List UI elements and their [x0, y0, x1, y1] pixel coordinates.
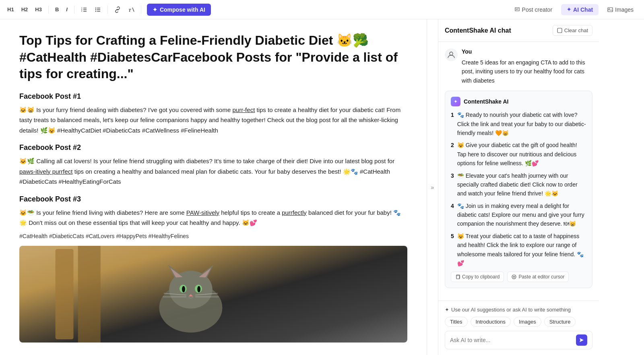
ai-chat-label: AI Chat [573, 6, 593, 13]
svg-rect-36 [557, 28, 562, 33]
user-label: You [462, 48, 592, 55]
send-button[interactable] [576, 334, 587, 346]
post-creator-tab[interactable]: Post creator [509, 4, 558, 15]
post2-body: 🐱🌿 Calling all cat lovers! Is your felin… [19, 156, 407, 187]
svg-point-29 [182, 286, 185, 293]
top-nav: Post creator ✦ AI Chat Images [509, 4, 639, 15]
clear-chat-icon [557, 28, 562, 33]
ai-item-2: 2 😺 Give your diabetic cat the gift of g… [451, 141, 586, 168]
link-button[interactable] [112, 5, 123, 15]
ai-item-4-num: 4 [451, 201, 454, 228]
post3-hashtags: #CatHealth #DiabeticCats #CatLovers #Hap… [19, 233, 407, 239]
bold-button[interactable]: B [53, 5, 61, 14]
divider-1 [48, 6, 49, 14]
suggestions-text: Use our AI suggestions or ask AI to writ… [451, 307, 571, 313]
ai-item-3-text: 🥗 Elevate your cat's health journey with… [457, 171, 586, 198]
clear-chat-label: Clear chat [564, 27, 588, 33]
sidebar-title: ContentShake AI chat [445, 27, 511, 34]
clear-format-button[interactable]: T [126, 5, 137, 15]
images-icon [607, 7, 613, 12]
post2-heading: Facebook Post #2 [19, 143, 407, 152]
images-tab[interactable]: Images [602, 4, 639, 15]
svg-line-13 [132, 8, 134, 12]
ai-suggestions-area: ✦ Use our AI suggestions or ask AI to wr… [438, 301, 599, 355]
h2-button[interactable]: H2 [19, 5, 31, 14]
chat-area: You Create 5 ideas for an engaging CTA t… [438, 42, 599, 301]
paste-icon [512, 274, 516, 279]
svg-rect-38 [456, 276, 460, 279]
ai-item-5-text: 😺 Treat your diabetic cat to a taste of … [457, 232, 586, 268]
article-title[interactable]: Top Tips for Crafting a Feline-Friendly … [19, 32, 407, 83]
chip-images[interactable]: Images [514, 317, 541, 327]
ordered-list-button[interactable]: 1 2 3 [78, 5, 90, 15]
paste-editor-label: Paste at editor cursor [518, 274, 564, 280]
toolbar: H1 H2 H3 B I 1 2 3 T [0, 0, 644, 19]
compose-ai-button[interactable]: ✦ Compose with AI [147, 4, 211, 16]
chat-input-row [445, 331, 592, 349]
ai-chat-tab[interactable]: ✦ AI Chat [561, 4, 599, 15]
suggestions-label: ✦ Use our AI suggestions or ask AI to wr… [445, 307, 592, 313]
collapse-sidebar-button[interactable]: » [427, 19, 438, 355]
ai-brand-icon: ✦ [451, 97, 460, 106]
clear-format-icon: T [128, 6, 134, 13]
post3-heading: Facebook Post #3 [19, 195, 407, 203]
svg-text:3: 3 [81, 10, 83, 12]
main-layout: Top Tips for Crafting a Feline-Friendly … [0, 19, 644, 355]
link-icon [114, 6, 121, 13]
editor-area: Top Tips for Crafting a Feline-Friendly … [0, 19, 427, 355]
ai-item-1: 1 🐾 Ready to nourish your diabetic cat w… [451, 110, 586, 137]
ai-item-4: 4 🐾 Join us in making every meal a delig… [451, 201, 586, 228]
svg-point-30 [197, 286, 200, 293]
ordered-list-icon: 1 2 3 [81, 6, 87, 13]
post3-body: 🐱🥗 Is your feline friend living with dia… [19, 208, 407, 228]
ai-chat-icon: ✦ [567, 6, 571, 12]
chat-actions: Copy to clipboard Paste at editor cursor [451, 272, 586, 282]
ai-item-2-num: 2 [451, 141, 454, 168]
post-creator-label: Post creator [522, 6, 552, 13]
ai-item-2-text: 😺 Give your diabetic cat the gift of goo… [457, 141, 586, 168]
post1-body: 🐱😸 Is your furry friend dealing with dia… [19, 105, 407, 136]
ai-item-3: 3 🥗 Elevate your cat's health journey wi… [451, 171, 586, 198]
ai-item-3-num: 3 [451, 171, 454, 198]
suggestions-icon: ✦ [445, 307, 449, 313]
sidebar-header: ContentShake AI chat Clear chat [438, 19, 599, 42]
svg-point-11 [95, 10, 96, 11]
user-msg-text: Create 5 ideas for an engaging CTA to ad… [462, 56, 592, 85]
compose-label: Compose with AI [160, 6, 205, 13]
copy-icon [455, 274, 460, 279]
svg-point-37 [450, 52, 453, 55]
post-creator-icon [514, 7, 520, 12]
suggestion-chips: Titles Introductions Images Structure [445, 317, 592, 327]
chip-titles[interactable]: Titles [445, 317, 468, 327]
paste-editor-button[interactable]: Paste at editor cursor [507, 272, 569, 282]
ai-label: ContentShake AI [464, 98, 509, 105]
clear-chat-button[interactable]: Clear chat [553, 25, 592, 36]
svg-point-9 [95, 7, 96, 8]
unordered-list-icon [95, 6, 101, 13]
svg-point-10 [95, 9, 96, 10]
compose-icon: ✦ [153, 6, 157, 13]
divider-4 [141, 6, 141, 14]
divider-2 [74, 6, 74, 14]
chat-input[interactable] [450, 337, 573, 343]
svg-rect-19 [56, 249, 74, 339]
user-avatar [445, 48, 458, 61]
copy-clipboard-label: Copy to clipboard [462, 274, 500, 280]
h1-button[interactable]: H1 [5, 5, 17, 14]
ai-item-5: 5 😺 Treat your diabetic cat to a taste o… [451, 232, 586, 268]
ai-message: ✦ ContentShake AI 1 🐾 Ready to nourish y… [445, 91, 592, 288]
chip-structure[interactable]: Structure [544, 317, 576, 327]
sidebar-panel: ContentShake AI chat Clear chat You [438, 19, 599, 355]
ai-msg-header: ✦ ContentShake AI [451, 97, 586, 106]
ai-item-5-num: 5 [451, 232, 454, 268]
ai-item-4-text: 🐾 Join us in making every meal a delight… [457, 201, 586, 228]
images-label: Images [615, 6, 634, 13]
user-msg-content: You Create 5 ideas for an engaging CTA t… [462, 48, 592, 85]
chip-introductions[interactable]: Introductions [471, 317, 511, 327]
italic-button[interactable]: I [64, 5, 70, 14]
ai-item-1-num: 1 [451, 110, 454, 137]
unordered-list-button[interactable] [92, 5, 103, 15]
send-icon [579, 337, 584, 343]
h3-button[interactable]: H3 [33, 5, 44, 14]
copy-clipboard-button[interactable]: Copy to clipboard [451, 272, 504, 282]
